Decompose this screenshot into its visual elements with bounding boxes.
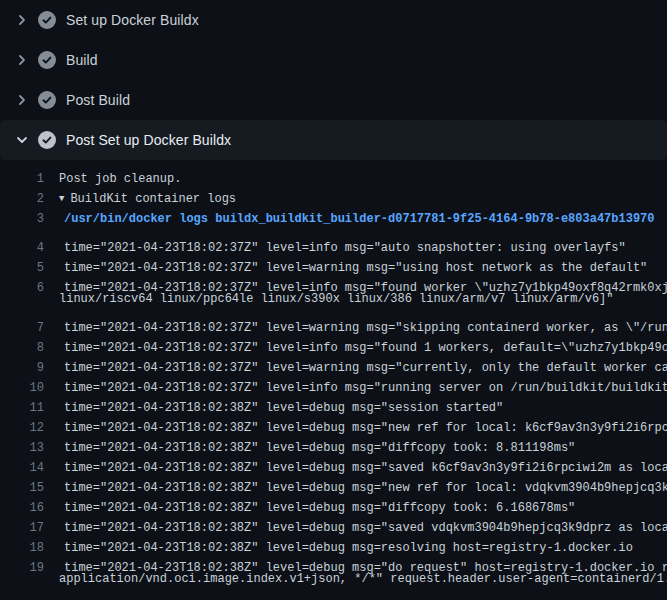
step-label: Post Set up Docker Buildx [66,132,231,148]
line-number: 7 [0,318,44,329]
log-line: 7time="2021-04-23T18:02:37Z" level=warni… [0,309,667,329]
check-circle-icon [38,91,56,109]
line-number [0,289,44,309]
log-text: time="2021-04-23T18:02:37Z" level=info m… [44,278,667,289]
log-text: linux/riscv64 linux/ppc64le linux/s390x … [44,289,614,309]
log-line: 2▼BuildKit container logs [0,189,667,209]
log-text: time="2021-04-23T18:02:38Z" level=debug … [44,538,633,549]
log-text: time="2021-04-23T18:02:37Z" level=warnin… [44,258,647,269]
log-line: 20time="2021-04-23T18:02:38Z" level=debu… [0,589,667,600]
check-circle-icon [38,131,56,149]
step-label: Build [66,52,98,68]
log-text: time="2021-04-23T18:02:37Z" level=warnin… [44,358,667,369]
log-line: 1Post job cleanup. [0,169,667,189]
log-text: ▼BuildKit container logs [44,189,236,209]
log-line: application/vnd.oci.image.index.v1+json,… [0,569,667,589]
collapse-triangle-icon[interactable]: ▼ [59,189,64,209]
check-circle-icon [38,51,56,69]
step-row-set-up-docker-buildx[interactable]: Set up Docker Buildx [0,0,667,40]
log-text: time="2021-04-23T18:02:38Z" level=debug … [44,558,667,569]
line-number: 9 [0,358,44,369]
log-text: time="2021-04-23T18:02:38Z" level=debug … [44,478,667,489]
log-text: time="2021-04-23T18:02:37Z" level=info m… [44,338,667,349]
chevron-right-icon[interactable] [14,92,30,108]
line-number: 1 [0,169,44,189]
line-number: 15 [0,478,44,489]
chevron-right-icon[interactable] [14,52,30,68]
step-label: Set up Docker Buildx [66,12,199,28]
line-number: 16 [0,498,44,509]
log-text: time="2021-04-23T18:02:38Z" level=debug … [44,418,667,429]
line-number: 10 [0,378,44,389]
steps-list: Set up Docker Buildx Build Post Build Po… [0,0,667,160]
log-line: 3/usr/bin/docker logs buildx_buildkit_bu… [0,209,667,229]
line-number: 14 [0,458,44,469]
line-number [0,569,44,589]
log-text: time="2021-04-23T18:02:38Z" level=debug … [44,458,667,469]
line-number: 17 [0,518,44,529]
command-text[interactable]: /usr/bin/docker logs buildx_buildkit_bui… [44,209,655,229]
chevron-down-icon[interactable] [14,132,30,148]
log-text: time="2021-04-23T18:02:37Z" level=warnin… [44,318,667,329]
line-number: 18 [0,538,44,549]
log-text: time="2021-04-23T18:02:38Z" level=debug … [44,438,575,449]
log-text: Post job cleanup. [44,169,181,189]
check-circle-icon [38,11,56,29]
line-number: 8 [0,338,44,349]
line-number: 11 [0,398,44,409]
log-text: time="2021-04-23T18:02:37Z" level=info m… [44,378,667,389]
line-number: 2 [0,189,44,209]
step-row-post-build[interactable]: Post Build [0,80,667,120]
line-number: 4 [0,238,44,249]
step-label: Post Build [66,92,130,108]
log-line: 4time="2021-04-23T18:02:37Z" level=info … [0,229,667,249]
line-number: 5 [0,258,44,269]
log-text: time="2021-04-23T18:02:38Z" level=debug … [44,518,667,529]
log-text: time="2021-04-23T18:02:38Z" level=debug … [44,398,503,409]
chevron-right-icon[interactable] [14,12,30,28]
log-text: application/vnd.oci.image.index.v1+json,… [44,569,667,589]
step-row-post-set-up-docker-buildx[interactable]: Post Set up Docker Buildx [0,120,667,160]
log-lines: 1Post job cleanup.2▼BuildKit container l… [0,160,667,600]
step-row-build[interactable]: Build [0,40,667,80]
line-number: 6 [0,278,44,289]
line-number: 13 [0,438,44,449]
line-number: 12 [0,418,44,429]
log-text: time="2021-04-23T18:02:38Z" level=debug … [44,498,575,509]
line-number: 3 [0,209,44,229]
log-text: time="2021-04-23T18:02:37Z" level=info m… [44,238,626,249]
log-line: linux/riscv64 linux/ppc64le linux/s390x … [0,289,667,309]
line-number: 19 [0,558,44,569]
